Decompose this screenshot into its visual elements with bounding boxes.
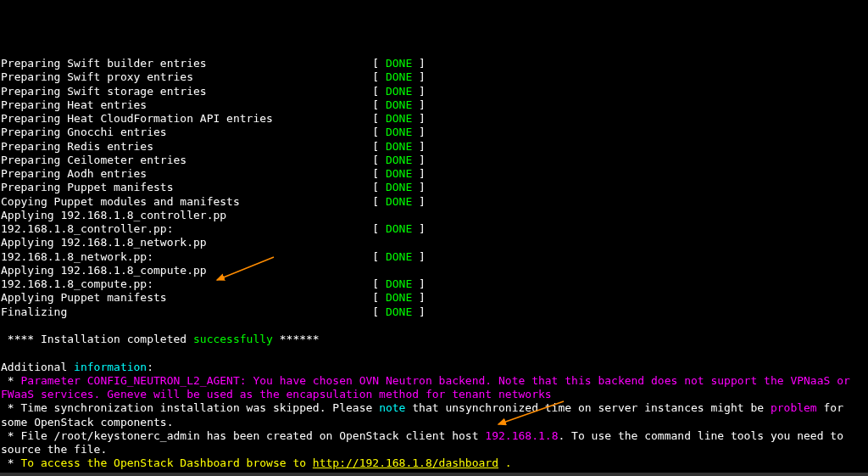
task-line: Copying Puppet modules and manifests [ D… xyxy=(1,195,867,209)
bracket-open: [ xyxy=(372,112,386,125)
bracket-open: [ xyxy=(372,277,386,290)
apply-label: 192.168.1.8_controller.pp: xyxy=(1,222,372,235)
apply-status: DONE xyxy=(386,222,412,235)
terminal-output: Preparing Swift builder entries [ DONE ]… xyxy=(1,57,867,476)
apply-status: DONE xyxy=(386,305,412,318)
bullet-file-frag: . To use the command line tools you need… xyxy=(558,429,843,442)
bracket-open: [ xyxy=(372,85,386,98)
bracket-close: ] xyxy=(412,57,426,70)
task-status: DONE xyxy=(386,181,412,193)
bracket-open: [ xyxy=(372,305,386,318)
task-status: DONE xyxy=(386,112,412,125)
apply-line: Finalizing [ DONE ] xyxy=(1,305,867,319)
task-label: Copying Puppet modules and manifests xyxy=(1,195,372,208)
dashboard-suffix: . xyxy=(498,456,512,469)
apply-label: Applying Puppet manifests xyxy=(1,291,372,304)
task-line: Preparing Swift storage entries [ DONE ] xyxy=(1,85,867,98)
task-line: Preparing Ceilometer entries [ DONE ] xyxy=(1,154,867,167)
bullet-time-frag: * Time synchronization installation was … xyxy=(1,401,379,414)
apply-status: DONE xyxy=(386,291,412,304)
bullet-file-frag: * File /root/keystonerc_admin has been c… xyxy=(1,429,485,442)
task-label: Preparing Redis entries xyxy=(1,140,372,153)
task-line: Preparing Gnocchi entries [ DONE ] xyxy=(1,126,867,139)
info-header-word: information xyxy=(74,361,147,373)
task-label: Preparing Heat entries xyxy=(1,98,372,111)
bracket-close: ] xyxy=(412,291,426,304)
bullet-time-line: some OpenStack components. xyxy=(1,416,867,429)
bullet-file-line: source the file. xyxy=(1,443,867,456)
task-label: Preparing Ceilometer entries xyxy=(1,154,372,166)
bracket-open: [ xyxy=(372,195,386,208)
bullet-param-text: FWaaS services. Geneve will be used as t… xyxy=(1,388,552,400)
bullet-time-frag: problem xyxy=(771,401,817,414)
bracket-close: ] xyxy=(412,167,426,180)
task-status: DONE xyxy=(386,167,412,180)
apply-label: Applying 192.168.1.8_network.pp xyxy=(1,236,207,249)
task-label: Preparing Puppet manifests xyxy=(1,181,372,193)
bullet-marker: * xyxy=(1,374,20,387)
task-label: Preparing Aodh entries xyxy=(1,167,372,180)
bracket-close: ] xyxy=(412,222,426,235)
task-status: DONE xyxy=(386,57,412,70)
bullet-time-frag: that unsynchronized time on server insta… xyxy=(405,401,770,414)
info-header-suffix: : xyxy=(147,361,153,373)
task-status: DONE xyxy=(386,98,412,111)
task-status: DONE xyxy=(386,126,412,138)
bracket-close: ] xyxy=(412,85,426,98)
bracket-open: [ xyxy=(372,291,386,304)
bullet-time-frag: for xyxy=(817,401,843,414)
dashboard-url[interactable]: http://192.168.1.8/dashboard xyxy=(313,456,498,469)
bracket-open: [ xyxy=(372,154,386,166)
task-label: Preparing Gnocchi entries xyxy=(1,126,372,138)
apply-line: 192.168.1.8_network.pp: [ DONE ] xyxy=(1,250,867,264)
task-status: DONE xyxy=(386,195,412,208)
task-line: Preparing Redis entries [ DONE ] xyxy=(1,140,867,154)
task-label: Preparing Swift storage entries xyxy=(1,85,372,98)
task-line: Preparing Swift builder entries [ DONE ] xyxy=(1,57,867,70)
bracket-close: ] xyxy=(412,140,426,153)
bracket-open: [ xyxy=(372,57,386,70)
task-status: DONE xyxy=(386,140,412,153)
bracket-close: ] xyxy=(412,181,426,193)
apply-line: Applying 192.168.1.8_compute.pp xyxy=(1,264,867,277)
bracket-open: [ xyxy=(372,126,386,138)
bracket-close: ] xyxy=(412,70,426,83)
apply-status: DONE xyxy=(386,250,412,263)
task-label: Preparing Heat CloudFormation API entrie… xyxy=(1,112,372,125)
bullet-time-line: * Time synchronization installation was … xyxy=(1,401,867,415)
completion-line: **** Installation completed successfully… xyxy=(1,333,867,346)
apply-line: Applying 192.168.1.8_controller.pp xyxy=(1,209,867,222)
completion-prefix: **** Installation completed xyxy=(1,333,193,345)
task-line: Preparing Swift proxy entries [ DONE ] xyxy=(1,70,867,84)
bullet-param-line: * Parameter CONFIG_NEUTRON_L2_AGENT: You… xyxy=(1,374,867,388)
task-label: Preparing Swift builder entries xyxy=(1,57,372,70)
completion-word: successfully xyxy=(193,333,273,345)
bracket-close: ] xyxy=(412,112,426,125)
bracket-open: [ xyxy=(372,167,386,180)
task-status: DONE xyxy=(386,154,412,166)
bullet-param-line: FWaaS services. Geneve will be used as t… xyxy=(1,388,867,401)
bullet-file-frag: source the file. xyxy=(1,443,107,456)
apply-label: 192.168.1.8_compute.pp: xyxy=(1,277,372,290)
bracket-open: [ xyxy=(372,181,386,193)
bracket-close: ] xyxy=(412,305,426,318)
bullet-file-line: * File /root/keystonerc_admin has been c… xyxy=(1,429,867,443)
bullet-param-text: Parameter CONFIG_NEUTRON_L2_AGENT: You h… xyxy=(20,374,849,387)
apply-status: DONE xyxy=(386,277,412,290)
bracket-close: ] xyxy=(412,277,426,290)
task-line: Preparing Aodh entries [ DONE ] xyxy=(1,167,867,181)
bullet-marker: * xyxy=(1,456,20,469)
task-line: Preparing Heat entries [ DONE ] xyxy=(1,98,867,112)
info-header-prefix: Additional xyxy=(1,361,74,373)
completion-suffix: ****** xyxy=(273,333,320,345)
task-status: DONE xyxy=(386,85,412,98)
bracket-open: [ xyxy=(372,140,386,153)
bracket-close: ] xyxy=(412,154,426,166)
apply-label: 192.168.1.8_network.pp: xyxy=(1,250,372,263)
bullet-file-frag: 192.168.1.8 xyxy=(485,429,558,442)
bracket-close: ] xyxy=(412,98,426,111)
bullet-time-frag: some OpenStack components. xyxy=(1,416,174,428)
bracket-close: ] xyxy=(412,126,426,138)
bracket-close: ] xyxy=(412,195,426,208)
bullet-time-frag: note xyxy=(379,401,405,414)
